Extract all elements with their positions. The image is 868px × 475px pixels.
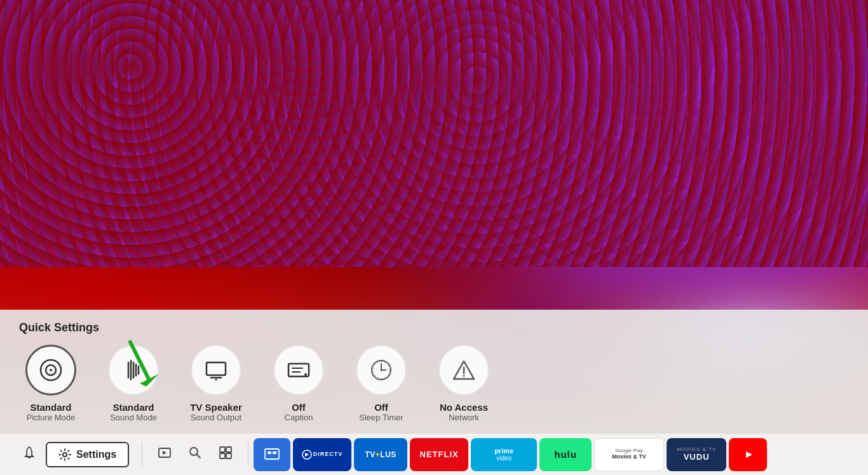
tvplus-app-tile[interactable]: TV+LUS (354, 438, 407, 471)
setting-picture-mode[interactable]: Standard Picture Mode (19, 345, 83, 422)
caption-icon-circle (273, 345, 324, 396)
notification-bell-icon[interactable] (19, 443, 39, 467)
settings-button[interactable]: Settings (46, 442, 129, 467)
sound-output-main: TV Speaker (190, 402, 242, 413)
sound-mode-sub: Sound Mode (110, 413, 157, 422)
youtube-app-tile[interactable] (729, 438, 767, 471)
samsung-icon (262, 445, 281, 464)
sound-output-sub: Sound Output (191, 413, 241, 422)
picture-mode-sub: Picture Mode (27, 413, 76, 422)
picture-mode-icon (37, 356, 65, 384)
svg-point-10 (215, 379, 217, 381)
caption-sub: Caption (285, 413, 313, 422)
taskbar-icons-group (142, 443, 248, 465)
directv-app-tile[interactable]: DIRECTV (293, 438, 351, 471)
clock-icon (367, 356, 395, 384)
picture-mode-icon-circle (25, 345, 76, 396)
tv-speaker-icon (202, 356, 230, 384)
taskbar: Settings (0, 434, 868, 475)
netflix-app-tile[interactable]: NETFLIX (410, 438, 468, 471)
network-icon-circle (438, 345, 489, 396)
svg-point-19 (381, 369, 383, 371)
svg-rect-8 (207, 362, 226, 375)
settings-label: Settings (76, 449, 116, 460)
sound-mode-main: Standard (112, 402, 154, 413)
arrow-overlay (124, 339, 162, 392)
prime-app-tile[interactable]: prime video (471, 438, 537, 471)
setting-network[interactable]: No Access Network (432, 345, 496, 422)
vudu-app-tile[interactable]: MOVIES & TV VUDU (667, 438, 726, 471)
search-icon[interactable] (186, 443, 205, 465)
sleep-timer-sub: Sleep Timer (359, 413, 403, 422)
svg-rect-33 (265, 449, 279, 459)
samsung-app-tile[interactable] (254, 438, 290, 471)
setting-sound-output[interactable]: TV Speaker Sound Output (184, 345, 248, 422)
network-sub: Network (449, 413, 479, 422)
caption-main: Off (292, 402, 306, 413)
sound-output-icon-circle (191, 345, 241, 396)
picture-mode-main: Standard (30, 402, 71, 413)
network-main: No Access (440, 402, 488, 413)
svg-line-23 (130, 342, 149, 380)
gear-icon (58, 448, 71, 461)
panel-title: Quick Settings (19, 321, 849, 334)
setting-sleep-timer[interactable]: Off Sleep Timer (349, 345, 413, 422)
caption-icon (285, 356, 313, 384)
green-arrow-icon (124, 339, 162, 390)
background-texture (0, 0, 868, 267)
svg-point-22 (463, 375, 465, 377)
svg-rect-31 (220, 453, 225, 458)
svg-marker-24 (140, 374, 159, 387)
sleep-timer-main: Off (374, 402, 388, 413)
taskbar-apps-row: DIRECTV TV+LUS NETFLIX prime video hulu … (248, 438, 868, 471)
svg-rect-29 (220, 447, 225, 452)
sleep-timer-icon-circle (356, 345, 407, 396)
warning-icon (450, 356, 478, 384)
svg-line-28 (197, 455, 201, 458)
taskbar-left-group: Settings (6, 442, 142, 467)
apps-grid-icon[interactable] (216, 443, 235, 465)
svg-rect-35 (273, 451, 276, 454)
youtube-icon (739, 448, 757, 461)
svg-rect-30 (226, 447, 231, 452)
svg-rect-32 (226, 453, 231, 458)
svg-rect-34 (268, 451, 271, 454)
google-play-app-tile[interactable]: Google Play Movies & TV (594, 438, 664, 471)
svg-point-25 (63, 453, 67, 457)
svg-point-2 (50, 369, 52, 371)
hulu-app-tile[interactable]: hulu (539, 438, 592, 471)
source-icon[interactable] (155, 443, 174, 465)
setting-caption[interactable]: Off Caption (267, 345, 330, 422)
svg-point-14 (304, 373, 307, 376)
